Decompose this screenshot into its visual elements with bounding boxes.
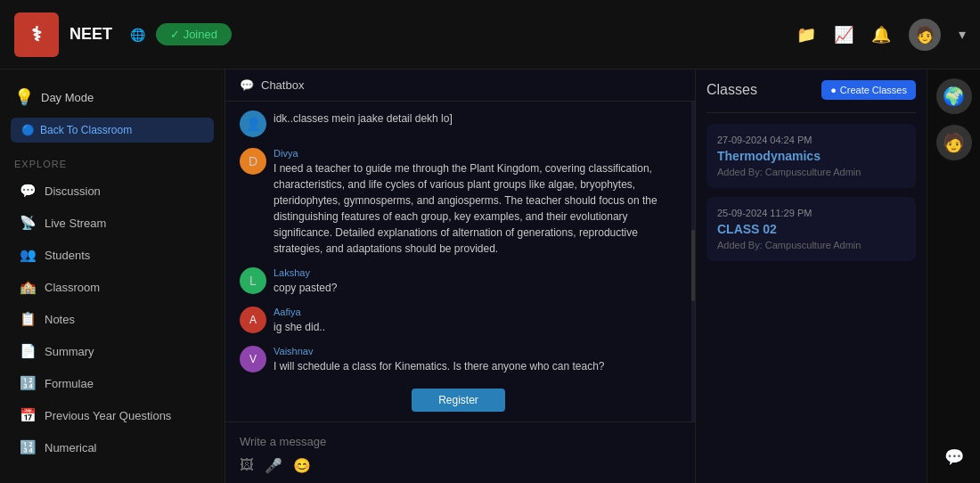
avatar-3: L (240, 267, 266, 294)
bell-icon[interactable]: 🔔 (871, 25, 891, 45)
sidebar-label-live-stream: Live Stream (45, 217, 106, 230)
sidebar-label-numerical: Numerical (45, 441, 97, 454)
avatar-2: D (240, 148, 266, 175)
sidebar-item-students[interactable]: 👥 Students (5, 239, 219, 271)
divider (706, 112, 916, 113)
avatar-dropdown-icon[interactable]: ▾ (959, 26, 966, 43)
microphone-icon[interactable]: 🎤 (265, 457, 282, 474)
notes-icon: 📋 (20, 311, 36, 327)
msg-content-5: Vaishnav I will schedule a class for Kin… (274, 346, 605, 374)
chatbox-title: Chatbox (261, 78, 304, 92)
sidebar-item-classroom[interactable]: 🏫 Classroom (5, 271, 219, 303)
discussion-icon: 💬 (20, 183, 36, 199)
chat-message-5: V Vaishnav I will schedule a class for K… (240, 346, 677, 374)
class-title-1: Thermodynamics (717, 149, 905, 163)
class-card-2[interactable]: 25-09-2024 11:29 PM CLASS 02 Added By: C… (706, 197, 916, 261)
sidebar-item-numerical[interactable]: 🔢 Numerical (5, 431, 219, 463)
formulae-icon: 🔢 (20, 375, 36, 391)
sidebar-item-formulae[interactable]: 🔢 Formulae (5, 367, 219, 399)
day-mode-label: Day Mode (41, 91, 94, 104)
msg-sender-3: Lakshay (274, 267, 337, 278)
scrollbar-track[interactable] (691, 102, 695, 422)
joined-button[interactable]: ✓ Joined (156, 23, 232, 45)
sidebar-label-students: Students (45, 249, 90, 262)
chat-message-1: 👤 idk..classes mein jaake detail dekh lo… (240, 111, 677, 137)
chatbox-icon: 💬 (240, 78, 254, 92)
top-nav: ⚕ NEET 🌐 ✓ Joined 📁 📈 🔔 🧑 ▾ (0, 0, 980, 70)
far-avatar-2[interactable]: 🧑 (936, 125, 972, 160)
msg-text-2: I need a teacher to guide me through the… (274, 160, 677, 257)
chat-message-4: A Aafiya ig she did.. (240, 307, 677, 335)
chat-message-3: L Lakshay copy pasted? (240, 267, 677, 296)
msg-content-2: Divya I need a teacher to guide me throu… (274, 148, 677, 257)
sidebar-label-summary: Summary (45, 345, 94, 358)
students-icon: 👥 (20, 247, 36, 263)
logo: ⚕ (14, 12, 59, 57)
image-upload-icon[interactable]: 🖼 (240, 457, 254, 474)
numerical-icon: 🔢 (20, 439, 36, 455)
sun-icon: 💡 (14, 87, 34, 107)
plus-icon: ● (830, 85, 837, 95)
far-avatar-1[interactable]: 🌍 (936, 78, 972, 114)
emoji-icon[interactable]: 😊 (293, 457, 311, 474)
classroom-icon: 🏫 (20, 279, 36, 295)
chat-input-area: 🖼 🎤 😊 (225, 422, 695, 483)
msg-content-1: idk..classes mein jaake detail dekh lo] (274, 111, 453, 127)
msg-content-3: Lakshay copy pasted? (274, 267, 337, 296)
class-added-1: Added By: Campusculture Admin (717, 167, 905, 177)
msg-sender-2: Divya (274, 148, 677, 159)
class-title-2: CLASS 02 (717, 222, 905, 236)
user-avatar-nav[interactable]: 🧑 (909, 19, 941, 51)
right-panel-header: Classes ● Create Classes (706, 80, 916, 100)
prev-year-icon: 📅 (20, 407, 36, 423)
chat-message-2: D Divya I need a teacher to guide me thr… (240, 148, 677, 257)
scrollbar-thumb[interactable] (691, 230, 695, 301)
far-bottom: 💬 (937, 440, 971, 474)
msg-text-1: idk..classes mein jaake detail dekh lo] (274, 111, 453, 127)
avatar-4: A (240, 307, 266, 333)
globe-icon: 🌐 (130, 28, 145, 42)
msg-sender-5: Vaishnav (274, 346, 605, 356)
right-panel: Classes ● Create Classes 27-09-2024 04:2… (695, 70, 927, 483)
nav-icons: 📁 📈 🔔 🧑 ▾ (796, 19, 966, 51)
sidebar-item-discussion[interactable]: 💬 Discussion (5, 175, 219, 207)
sidebar-label-notes: Notes (45, 313, 75, 326)
sidebar-item-summary[interactable]: 📄 Summary (5, 335, 219, 367)
chat-input-tools: 🖼 🎤 😊 (240, 454, 681, 476)
sidebar: 💡 Day Mode 🔵 Back To Classroom EXPLORE 💬… (0, 70, 225, 483)
avatar-1: 👤 (240, 111, 266, 137)
register-btn-area: Register (240, 385, 677, 415)
main-area: 💡 Day Mode 🔵 Back To Classroom EXPLORE 💬… (0, 70, 980, 483)
class-card-1[interactable]: 27-09-2024 04:24 PM Thermodynamics Added… (706, 124, 916, 188)
chat-area: 💬 Chatbox 👤 idk..classes mein jaake deta… (225, 70, 695, 483)
msg-text-3: copy pasted? (274, 280, 337, 296)
register-button[interactable]: Register (412, 389, 505, 412)
create-classes-button[interactable]: ● Create Classes (821, 80, 916, 100)
sidebar-label-prev-year: Previous Year Questions (45, 409, 171, 422)
chatbox-header: 💬 Chatbox (225, 70, 695, 102)
folder-icon[interactable]: 📁 (796, 25, 816, 45)
back-to-classroom-button[interactable]: 🔵 Back To Classroom (11, 118, 214, 143)
class-added-2: Added By: Campusculture Admin (717, 240, 905, 250)
sidebar-item-prev-year[interactable]: 📅 Previous Year Questions (5, 399, 219, 431)
live-stream-icon: 📡 (20, 215, 36, 231)
chart-icon[interactable]: 📈 (834, 25, 853, 45)
day-mode-toggle[interactable]: 💡 Day Mode (0, 80, 225, 118)
avatar-5: V (240, 346, 266, 372)
back-icon: 🔵 (21, 124, 35, 136)
far-right-panel: 🌍 🧑 💬 (927, 70, 980, 483)
msg-text-5: I will schedule a class for Kinematics. … (274, 358, 605, 374)
chat-input[interactable] (240, 430, 681, 454)
sidebar-item-live-stream[interactable]: 📡 Live Stream (5, 207, 219, 239)
msg-content-4: Aafiya ig she did.. (274, 307, 325, 335)
sidebar-label-classroom: Classroom (45, 281, 100, 294)
class-date-1: 27-09-2024 04:24 PM (717, 135, 905, 145)
create-classes-label: Create Classes (840, 85, 907, 95)
classes-label: Classes (706, 82, 757, 98)
sidebar-label-formulae: Formulae (45, 377, 94, 390)
chat-messages: 👤 idk..classes mein jaake detail dekh lo… (225, 102, 691, 422)
summary-icon: 📄 (20, 343, 36, 359)
far-chat-icon[interactable]: 💬 (937, 440, 971, 474)
sidebar-item-notes[interactable]: 📋 Notes (5, 303, 219, 335)
msg-text-4: ig she did.. (274, 319, 325, 335)
